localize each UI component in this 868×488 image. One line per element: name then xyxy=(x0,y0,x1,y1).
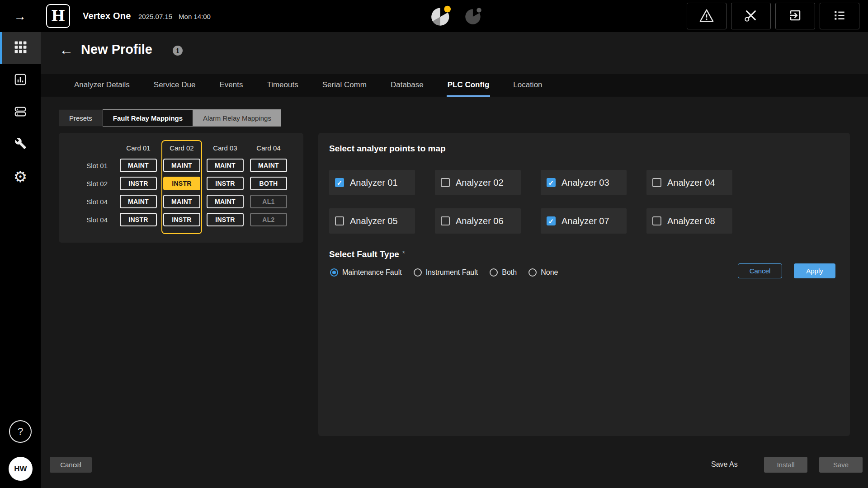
tab-serial-comm[interactable]: Serial Comm xyxy=(321,74,368,97)
sidebar-expand-arrow-icon[interactable]: → xyxy=(11,8,29,25)
analyzer-tile-04[interactable]: Analyzer 04 xyxy=(646,170,732,195)
relay-cell[interactable]: MAINT xyxy=(120,195,157,208)
mapping-apply-button[interactable]: Apply xyxy=(794,263,835,278)
slot-row-label: Slot 01 xyxy=(66,156,117,174)
radio-label: Both xyxy=(502,268,517,277)
bar-chart-icon xyxy=(14,73,27,88)
analyzer-tile-07[interactable]: ✓ Analyzer 07 xyxy=(541,208,627,234)
checkbox-unchecked-icon[interactable] xyxy=(335,216,344,225)
sidebar-item-analytics[interactable] xyxy=(0,64,41,96)
bullet-list-icon xyxy=(832,8,847,24)
radio-maintenance-fault[interactable]: Maintenance Fault xyxy=(330,268,402,277)
checkbox-unchecked-icon[interactable] xyxy=(441,216,450,225)
footer-cancel-button[interactable]: Cancel xyxy=(50,457,92,473)
check-glyph: ✓ xyxy=(337,179,343,186)
back-button[interactable]: ← xyxy=(57,41,76,60)
analyzer-tile-05[interactable]: Analyzer 05 xyxy=(329,208,415,234)
tab-events[interactable]: Events xyxy=(218,74,244,97)
tab-service-due[interactable]: Service Due xyxy=(153,74,197,97)
sidebar-item-maintenance[interactable] xyxy=(0,128,41,160)
card-column-header: Card 04 xyxy=(247,139,290,156)
tab-analyzer-details[interactable]: Analyzer Details xyxy=(73,74,131,97)
analyzer-label: Analyzer 06 xyxy=(456,216,504,226)
relay-cell[interactable]: INSTR xyxy=(120,213,157,226)
tab-timeouts[interactable]: Timeouts xyxy=(266,74,299,97)
relay-cell[interactable]: BOTH xyxy=(250,177,287,190)
subtab-presets[interactable]: Presets xyxy=(59,109,103,127)
slot-row-label: Slot 02 xyxy=(66,174,117,192)
tab-location[interactable]: Location xyxy=(512,74,543,97)
relay-grid: Card 01 Card 02 Card 03 Card 04 Slot 01 … xyxy=(66,139,290,229)
relay-cell[interactable]: MAINT xyxy=(207,195,244,208)
app-title: Vertex One xyxy=(83,11,131,21)
radio-both[interactable]: Both xyxy=(490,268,517,277)
task-queue-button[interactable] xyxy=(820,3,859,29)
radio-label: Instrument Fault xyxy=(426,268,478,277)
analyzer-label: Analyzer 01 xyxy=(350,178,398,188)
logout-button[interactable] xyxy=(775,3,815,29)
analyzer-tile-01[interactable]: ✓ Analyzer 01 xyxy=(329,170,415,195)
help-button[interactable]: ? xyxy=(9,420,32,443)
checkbox-checked-icon[interactable]: ✓ xyxy=(547,178,556,187)
honeywell-logo: H xyxy=(46,4,70,28)
user-avatar[interactable]: HW xyxy=(9,457,33,481)
checkbox-checked-icon[interactable]: ✓ xyxy=(547,216,556,225)
analyzer-label: Analyzer 03 xyxy=(561,178,609,188)
relay-cell[interactable]: INSTR xyxy=(207,213,244,226)
relay-cell[interactable]: MAINT xyxy=(120,159,157,172)
analyzer-tile-08[interactable]: Analyzer 08 xyxy=(646,208,732,234)
profile-status-inactive-icon[interactable] xyxy=(463,6,487,30)
fault-type-radio-group: Maintenance Fault Instrument Fault Both … xyxy=(330,268,558,277)
relay-cell[interactable]: INSTR xyxy=(207,177,244,190)
mapping-cancel-button[interactable]: Cancel xyxy=(738,263,782,278)
analyzer-label: Analyzer 07 xyxy=(561,216,609,226)
relay-cell[interactable]: MAINT xyxy=(163,195,200,208)
slot-row-label: Slot 04 xyxy=(66,211,117,229)
sidebar-item-settings[interactable]: ⚙ xyxy=(0,160,41,192)
profile-status-active-icon[interactable] xyxy=(429,4,453,28)
radio-none[interactable]: None xyxy=(528,268,558,277)
left-sidebar: ⚙ ? HW xyxy=(0,32,41,488)
radio-label: Maintenance Fault xyxy=(342,268,402,277)
subtab-fault-relay-mappings[interactable]: Fault Relay Mappings xyxy=(103,109,193,127)
wrench-icon xyxy=(14,137,27,151)
analyzer-tile-02[interactable]: Analyzer 02 xyxy=(435,170,521,195)
relay-cell[interactable]: MAINT xyxy=(250,159,287,172)
profile-tabbar: Analyzer Details Service Due Events Time… xyxy=(41,74,868,97)
radio-unselected-icon xyxy=(414,268,422,277)
checkbox-unchecked-icon[interactable] xyxy=(652,178,661,187)
checkbox-unchecked-icon[interactable] xyxy=(652,216,661,225)
alerts-button[interactable] xyxy=(687,3,726,29)
warning-triangle-icon xyxy=(699,9,714,24)
relay-mapping-grid-panel: Card 01 Card 02 Card 03 Card 04 Slot 01 … xyxy=(59,133,303,243)
gear-icon: ⚙ xyxy=(14,169,27,184)
relay-cell-selected[interactable]: INSTR xyxy=(163,177,200,190)
sidebar-item-devices[interactable] xyxy=(0,96,41,128)
footer-save-button[interactable]: Save xyxy=(819,457,863,473)
card-column-header: Card 01 xyxy=(117,139,160,156)
sidebar-item-apps[interactable] xyxy=(0,32,41,64)
tab-plc-config[interactable]: PLC Config xyxy=(447,74,491,97)
analyzer-mapping-panel: Select analyer points to map ✓ Analyzer … xyxy=(318,133,850,436)
plc-config-subtabs: Presets Fault Relay Mappings Alarm Relay… xyxy=(59,109,281,127)
checkbox-checked-icon[interactable]: ✓ xyxy=(335,178,344,187)
relay-cell[interactable]: INSTR xyxy=(120,177,157,190)
footer-install-button[interactable]: Install xyxy=(764,457,807,473)
app-grid-icon xyxy=(14,41,27,56)
analyzer-tile-06[interactable]: Analyzer 06 xyxy=(435,208,521,234)
relay-cell[interactable]: MAINT xyxy=(207,159,244,172)
grid-corner-spacer xyxy=(66,139,117,156)
relay-cell[interactable]: INSTR xyxy=(163,213,200,226)
checkbox-unchecked-icon[interactable] xyxy=(441,178,450,187)
top-bar: → H Vertex One 2025.07.15 Mon 14:00 xyxy=(0,0,868,32)
relay-cell[interactable]: MAINT xyxy=(163,159,200,172)
date-text: 2025.07.15 xyxy=(138,13,172,20)
maintenance-tools-button[interactable] xyxy=(731,3,771,29)
footer-save-as-button[interactable]: Save As xyxy=(711,460,738,469)
radio-instrument-fault[interactable]: Instrument Fault xyxy=(414,268,478,277)
analyzer-tile-03[interactable]: ✓ Analyzer 03 xyxy=(541,170,627,195)
subtab-alarm-relay-mappings[interactable]: Alarm Relay Mappings xyxy=(193,109,281,127)
info-icon[interactable]: i xyxy=(173,46,183,56)
crossed-tools-icon xyxy=(744,8,758,24)
tab-database[interactable]: Database xyxy=(390,74,425,97)
